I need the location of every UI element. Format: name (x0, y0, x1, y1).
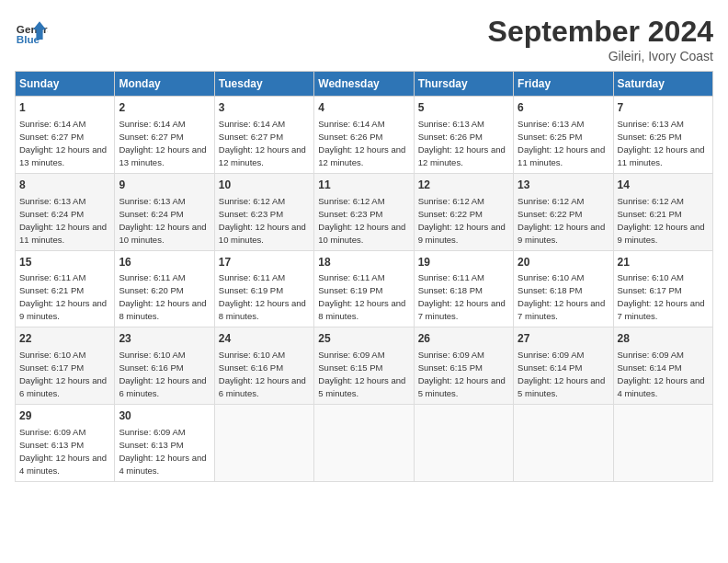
day-number: 20 (518, 255, 609, 270)
calendar-week-row: 22 Sunrise: 6:10 AMSunset: 6:17 PMDaylig… (16, 327, 713, 405)
day-number: 13 (518, 178, 609, 193)
calendar-day-cell (414, 405, 513, 482)
day-number: 22 (19, 331, 110, 347)
calendar-day-cell (214, 405, 313, 482)
calendar-day-cell: 10 Sunrise: 6:12 AMSunset: 6:23 PMDaylig… (214, 173, 313, 250)
day-detail: Sunrise: 6:09 AMSunset: 6:14 PMDaylight:… (518, 350, 605, 398)
day-of-week-header: Wednesday (314, 72, 414, 97)
day-number: 1 (19, 100, 110, 116)
day-detail: Sunrise: 6:11 AMSunset: 6:19 PMDaylight:… (318, 272, 405, 321)
calendar-day-cell: 29 Sunrise: 6:09 AMSunset: 6:13 PMDaylig… (16, 405, 115, 482)
calendar-day-cell: 3 Sunrise: 6:14 AMSunset: 6:27 PMDayligh… (214, 97, 313, 174)
calendar-day-cell: 25 Sunrise: 6:09 AMSunset: 6:15 PMDaylig… (314, 327, 414, 405)
calendar-day-cell: 2 Sunrise: 6:14 AMSunset: 6:27 PMDayligh… (115, 97, 214, 174)
calendar-body: 1 Sunrise: 6:14 AMSunset: 6:27 PMDayligh… (16, 97, 713, 482)
day-detail: Sunrise: 6:09 AMSunset: 6:15 PMDaylight:… (418, 350, 506, 398)
calendar-day-cell: 7 Sunrise: 6:13 AMSunset: 6:25 PMDayligh… (613, 97, 712, 174)
day-number: 16 (119, 255, 210, 270)
day-number: 18 (318, 255, 409, 270)
day-detail: Sunrise: 6:13 AMSunset: 6:24 PMDaylight:… (119, 196, 206, 245)
calendar-day-cell: 24 Sunrise: 6:10 AMSunset: 6:16 PMDaylig… (214, 327, 313, 405)
calendar-day-cell (514, 405, 613, 482)
calendar-day-cell: 28 Sunrise: 6:09 AMSunset: 6:14 PMDaylig… (613, 327, 712, 405)
calendar-day-cell (613, 405, 712, 482)
calendar-day-cell: 9 Sunrise: 6:13 AMSunset: 6:24 PMDayligh… (115, 173, 214, 250)
day-number: 9 (119, 178, 210, 193)
calendar-day-cell: 20 Sunrise: 6:10 AMSunset: 6:18 PMDaylig… (514, 250, 613, 327)
day-number: 3 (219, 100, 310, 116)
calendar-week-row: 29 Sunrise: 6:09 AMSunset: 6:13 PMDaylig… (16, 405, 713, 482)
day-detail: Sunrise: 6:10 AMSunset: 6:16 PMDaylight:… (219, 350, 306, 398)
day-detail: Sunrise: 6:12 AMSunset: 6:23 PMDaylight:… (318, 196, 405, 245)
day-detail: Sunrise: 6:09 AMSunset: 6:15 PMDaylight:… (318, 350, 405, 398)
day-of-week-header: Tuesday (214, 72, 313, 97)
day-number: 30 (119, 408, 210, 424)
calendar-day-cell: 18 Sunrise: 6:11 AMSunset: 6:19 PMDaylig… (314, 250, 414, 327)
location: Gileiri, Ivory Coast (488, 49, 713, 63)
day-number: 21 (618, 255, 709, 270)
day-number: 19 (418, 255, 509, 270)
day-number: 6 (518, 100, 609, 116)
day-detail: Sunrise: 6:09 AMSunset: 6:13 PMDaylight:… (119, 427, 206, 476)
day-number: 10 (219, 178, 310, 193)
day-detail: Sunrise: 6:11 AMSunset: 6:20 PMDaylight:… (119, 272, 206, 321)
day-of-week-header: Saturday (613, 72, 712, 97)
day-number: 11 (318, 178, 409, 193)
day-detail: Sunrise: 6:10 AMSunset: 6:16 PMDaylight:… (119, 350, 206, 398)
day-detail: Sunrise: 6:10 AMSunset: 6:17 PMDaylight:… (618, 272, 705, 321)
calendar-table: SundayMondayTuesdayWednesdayThursdayFrid… (15, 71, 713, 482)
day-number: 14 (618, 178, 709, 193)
calendar-week-row: 1 Sunrise: 6:14 AMSunset: 6:27 PMDayligh… (16, 97, 713, 174)
calendar-week-row: 8 Sunrise: 6:13 AMSunset: 6:24 PMDayligh… (16, 173, 713, 250)
day-detail: Sunrise: 6:12 AMSunset: 6:23 PMDaylight:… (219, 196, 306, 245)
calendar-day-cell: 26 Sunrise: 6:09 AMSunset: 6:15 PMDaylig… (414, 327, 513, 405)
day-number: 12 (418, 178, 509, 193)
calendar-day-cell: 13 Sunrise: 6:12 AMSunset: 6:22 PMDaylig… (514, 173, 613, 250)
calendar-day-cell: 19 Sunrise: 6:11 AMSunset: 6:18 PMDaylig… (414, 250, 513, 327)
day-number: 15 (19, 255, 110, 270)
month-title: September 2024 (488, 15, 713, 49)
day-detail: Sunrise: 6:11 AMSunset: 6:18 PMDaylight:… (418, 272, 506, 321)
day-detail: Sunrise: 6:13 AMSunset: 6:24 PMDaylight:… (19, 196, 107, 245)
day-detail: Sunrise: 6:13 AMSunset: 6:26 PMDaylight:… (418, 119, 506, 167)
day-of-week-header: Monday (115, 72, 214, 97)
calendar-day-cell: 22 Sunrise: 6:10 AMSunset: 6:17 PMDaylig… (16, 327, 115, 405)
calendar-day-cell: 8 Sunrise: 6:13 AMSunset: 6:24 PMDayligh… (16, 173, 115, 250)
header: General Blue September 2024 Gileiri, Ivo… (15, 15, 713, 63)
logo-icon: General Blue (15, 15, 48, 48)
day-detail: Sunrise: 6:14 AMSunset: 6:27 PMDaylight:… (219, 119, 306, 167)
day-number: 23 (119, 331, 210, 347)
day-detail: Sunrise: 6:12 AMSunset: 6:22 PMDaylight:… (518, 196, 605, 245)
calendar-day-cell: 14 Sunrise: 6:12 AMSunset: 6:21 PMDaylig… (613, 173, 712, 250)
day-number: 7 (618, 100, 709, 116)
calendar-day-cell (314, 405, 414, 482)
day-detail: Sunrise: 6:09 AMSunset: 6:13 PMDaylight:… (19, 427, 107, 476)
day-number: 2 (119, 100, 210, 116)
day-detail: Sunrise: 6:13 AMSunset: 6:25 PMDaylight:… (618, 119, 705, 167)
day-number: 5 (418, 100, 509, 116)
day-number: 4 (318, 100, 409, 116)
calendar-day-cell: 1 Sunrise: 6:14 AMSunset: 6:27 PMDayligh… (16, 97, 115, 174)
day-number: 26 (418, 331, 509, 347)
calendar-day-cell: 21 Sunrise: 6:10 AMSunset: 6:17 PMDaylig… (613, 250, 712, 327)
calendar-day-cell: 11 Sunrise: 6:12 AMSunset: 6:23 PMDaylig… (314, 173, 414, 250)
calendar-day-cell: 4 Sunrise: 6:14 AMSunset: 6:26 PMDayligh… (314, 97, 414, 174)
day-detail: Sunrise: 6:14 AMSunset: 6:26 PMDaylight:… (318, 119, 405, 167)
day-number: 8 (19, 178, 110, 193)
day-detail: Sunrise: 6:13 AMSunset: 6:25 PMDaylight:… (518, 119, 605, 167)
calendar-day-cell: 16 Sunrise: 6:11 AMSunset: 6:20 PMDaylig… (115, 250, 214, 327)
logo: General Blue (15, 15, 48, 48)
calendar-header-row: SundayMondayTuesdayWednesdayThursdayFrid… (16, 72, 713, 97)
day-detail: Sunrise: 6:11 AMSunset: 6:21 PMDaylight:… (19, 272, 107, 321)
day-detail: Sunrise: 6:14 AMSunset: 6:27 PMDaylight:… (19, 119, 107, 167)
day-number: 28 (618, 331, 709, 347)
day-of-week-header: Sunday (16, 72, 115, 97)
day-of-week-header: Thursday (414, 72, 513, 97)
day-detail: Sunrise: 6:10 AMSunset: 6:18 PMDaylight:… (518, 272, 605, 321)
day-detail: Sunrise: 6:14 AMSunset: 6:27 PMDaylight:… (119, 119, 206, 167)
day-number: 27 (518, 331, 609, 347)
day-detail: Sunrise: 6:12 AMSunset: 6:21 PMDaylight:… (618, 196, 705, 245)
calendar-day-cell: 23 Sunrise: 6:10 AMSunset: 6:16 PMDaylig… (115, 327, 214, 405)
day-detail: Sunrise: 6:09 AMSunset: 6:14 PMDaylight:… (618, 350, 705, 398)
calendar-day-cell: 5 Sunrise: 6:13 AMSunset: 6:26 PMDayligh… (414, 97, 513, 174)
